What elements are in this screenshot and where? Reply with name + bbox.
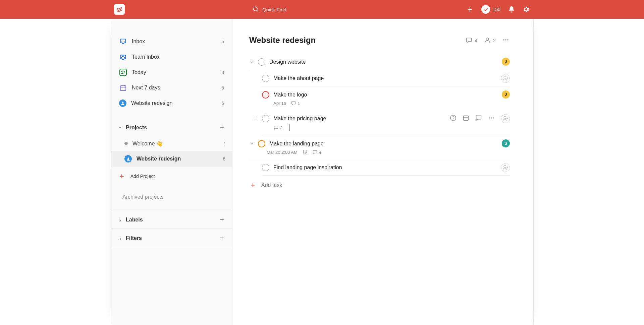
task-info-button[interactable] bbox=[449, 114, 457, 122]
task-row[interactable]: Make the pricing page 2 bbox=[262, 110, 510, 135]
assignee-avatar[interactable]: J bbox=[502, 58, 510, 66]
task-row[interactable]: Find landing page inspiration bbox=[262, 159, 510, 176]
task-due-date[interactable]: Mar 20 2:00 AM bbox=[267, 150, 298, 155]
nav-count: 6 bbox=[221, 101, 224, 106]
calendar-icon bbox=[119, 84, 127, 92]
project-comments-button[interactable]: 4 bbox=[465, 37, 477, 44]
svg-point-35 bbox=[489, 117, 490, 118]
comment-icon bbox=[475, 114, 482, 122]
karma-points: 150 bbox=[493, 7, 500, 12]
add-filter-icon[interactable] bbox=[219, 235, 225, 242]
project-bullet-icon bbox=[124, 142, 128, 145]
assign-button[interactable] bbox=[501, 74, 510, 83]
assignee-avatar[interactable]: S bbox=[502, 139, 510, 147]
svg-point-18 bbox=[503, 39, 504, 41]
person-icon bbox=[124, 155, 132, 162]
svg-rect-33 bbox=[464, 116, 469, 121]
svg-point-19 bbox=[505, 39, 506, 41]
search-icon bbox=[252, 6, 259, 13]
task-checkbox[interactable] bbox=[258, 140, 265, 147]
task-row[interactable]: Make the about page bbox=[262, 70, 510, 86]
project-label: Welcome 👋 bbox=[132, 140, 218, 147]
svg-line-45 bbox=[306, 150, 306, 151]
person-add-icon bbox=[502, 115, 509, 122]
task-comments-count: 2 bbox=[280, 125, 282, 130]
assign-button[interactable] bbox=[501, 114, 510, 123]
task-row[interactable]: Make the landing page Mar 20 2:00 AM 4 S bbox=[249, 135, 510, 159]
task-comment-button[interactable] bbox=[475, 114, 482, 122]
task-row[interactable]: Make the logo Apr 16 1 J bbox=[262, 86, 510, 110]
settings-button[interactable] bbox=[523, 6, 530, 13]
nav-label: Team Inbox bbox=[132, 54, 224, 60]
svg-point-20 bbox=[507, 39, 508, 41]
plus-icon: + bbox=[118, 172, 126, 181]
sidebar-section-labels[interactable]: Labels bbox=[111, 211, 232, 229]
task-list: Design website J Make the about page bbox=[249, 54, 510, 190]
nav-count: 5 bbox=[221, 39, 224, 44]
sidebar-item-team-inbox[interactable]: Team Inbox bbox=[112, 49, 231, 65]
add-label-icon[interactable] bbox=[219, 216, 225, 224]
svg-line-44 bbox=[303, 150, 304, 151]
task-schedule-button[interactable] bbox=[462, 114, 470, 122]
task-title: Design website bbox=[269, 59, 510, 65]
divider bbox=[111, 210, 232, 210]
task-comments-count: 4 bbox=[319, 150, 321, 155]
task-comments-button[interactable]: 1 bbox=[291, 101, 300, 106]
svg-point-32 bbox=[453, 116, 453, 117]
task-comments-count: 1 bbox=[298, 101, 300, 106]
sidebar-item-inbox[interactable]: Inbox 5 bbox=[112, 34, 231, 49]
add-project-icon[interactable] bbox=[219, 124, 225, 132]
assign-button[interactable] bbox=[501, 163, 510, 172]
project-label: Website redesign bbox=[137, 156, 218, 162]
notifications-button[interactable] bbox=[508, 6, 515, 13]
task-checkbox[interactable] bbox=[262, 91, 269, 99]
task-checkbox[interactable] bbox=[262, 115, 269, 122]
svg-rect-5 bbox=[120, 86, 126, 91]
comment-icon bbox=[273, 125, 279, 130]
project-more-button[interactable] bbox=[502, 36, 510, 45]
svg-point-26 bbox=[255, 118, 255, 118]
sidebar: Inbox 5 Team Inbox 17 Today 3 bbox=[111, 19, 232, 325]
sidebar-item-next-7-days[interactable]: Next 7 days 5 bbox=[112, 80, 231, 95]
info-icon bbox=[449, 114, 457, 122]
task-row[interactable]: Design website J bbox=[249, 54, 510, 70]
main-content: Website redesign 4 2 Des bbox=[232, 19, 533, 325]
assignee-avatar[interactable]: J bbox=[502, 90, 510, 99]
project-count: 7 bbox=[223, 141, 225, 146]
nav-count: 3 bbox=[221, 70, 224, 75]
task-due-date[interactable]: Apr 16 bbox=[273, 101, 286, 106]
task-more-button[interactable] bbox=[488, 114, 495, 122]
calendar-icon bbox=[462, 114, 470, 122]
archived-projects-link[interactable]: Archived projects bbox=[111, 184, 232, 210]
section-label: Projects bbox=[126, 125, 219, 131]
chevron-down-icon[interactable] bbox=[249, 141, 255, 146]
task-checkbox[interactable] bbox=[262, 75, 269, 82]
quick-add-button[interactable] bbox=[466, 5, 474, 13]
more-horizontal-icon bbox=[502, 36, 510, 44]
app-logo[interactable] bbox=[114, 4, 125, 15]
add-project-button[interactable]: + Add Project bbox=[111, 169, 232, 184]
chevron-down-icon[interactable] bbox=[249, 60, 255, 64]
svg-line-43 bbox=[305, 152, 306, 153]
project-item-website-redesign[interactable]: Website redesign 6 bbox=[111, 151, 232, 167]
task-checkbox[interactable] bbox=[258, 58, 265, 66]
drag-handle-icon[interactable] bbox=[253, 116, 258, 121]
sidebar-section-projects[interactable]: Projects bbox=[111, 120, 232, 136]
project-count: 6 bbox=[223, 156, 225, 161]
person-add-icon bbox=[502, 75, 509, 82]
karma-counter[interactable]: 150 bbox=[481, 5, 500, 14]
svg-point-4 bbox=[122, 56, 124, 57]
inbox-icon bbox=[119, 38, 127, 46]
sidebar-item-website-redesign[interactable]: Website redesign 6 bbox=[112, 95, 231, 111]
task-comments-button[interactable]: 2 bbox=[273, 125, 282, 130]
search-input[interactable] bbox=[259, 4, 346, 15]
project-people-button[interactable]: 2 bbox=[484, 37, 496, 44]
nav-label: Next 7 days bbox=[132, 85, 217, 91]
add-task-button[interactable]: + Add task bbox=[249, 176, 510, 190]
sidebar-item-today[interactable]: 17 Today 3 bbox=[112, 65, 231, 80]
task-comments-button[interactable]: 4 bbox=[312, 149, 321, 155]
project-item-welcome[interactable]: Welcome 👋 7 bbox=[111, 136, 232, 151]
task-checkbox[interactable] bbox=[262, 164, 269, 171]
text-cursor-icon bbox=[289, 124, 289, 131]
sidebar-section-filters[interactable]: Filters bbox=[111, 230, 232, 247]
